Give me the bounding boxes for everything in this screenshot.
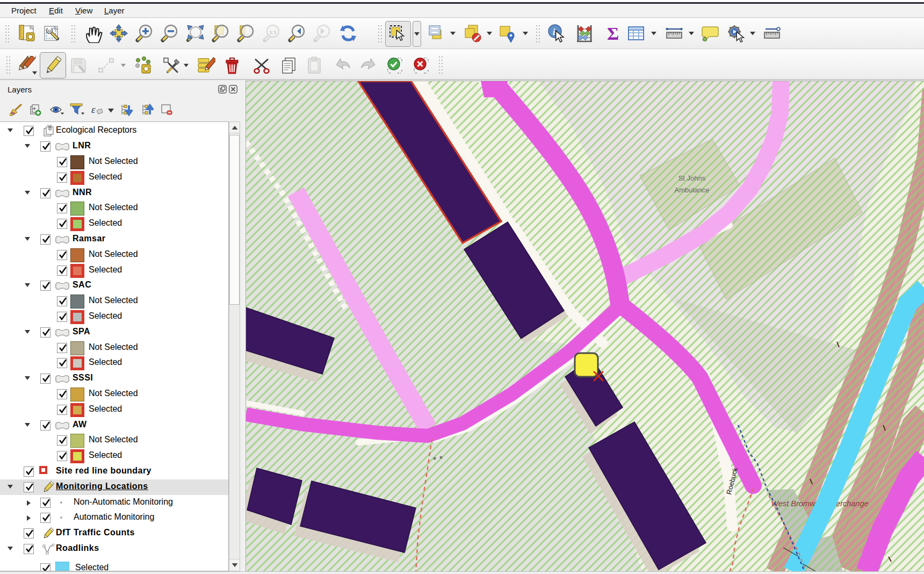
svg-text:Σ: Σ: [607, 24, 619, 43]
svg-text:St Johns: St Johns: [678, 174, 706, 182]
svg-text:Ambulance: Ambulance: [674, 186, 709, 194]
svg-text:ε: ε: [91, 104, 96, 115]
svg-text:i: i: [553, 27, 555, 37]
svg-text:1:1: 1:1: [269, 30, 276, 35]
